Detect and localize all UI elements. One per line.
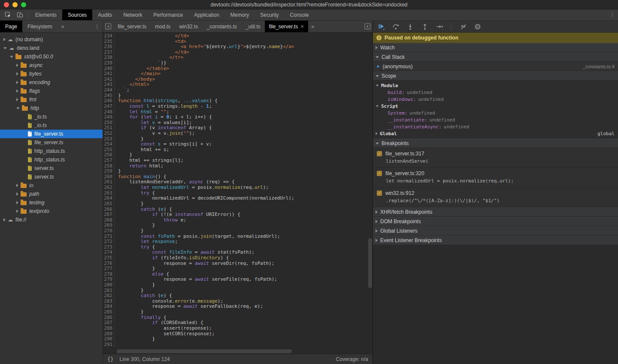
editor-tab-overflow-icon[interactable]: » xyxy=(308,21,318,32)
section-event-listener-breakpoints[interactable]: Event Listener Breakpoints xyxy=(373,236,618,245)
section-breakpoints[interactable]: Breakpoints xyxy=(373,139,618,148)
device-toolbar-icon[interactable] xyxy=(14,9,26,20)
tree-item-file-[interactable]: ☁file:// xyxy=(0,215,103,224)
scope-property-system[interactable]: System:undefined xyxy=(373,109,618,116)
tree-item-deno.land[interactable]: ☁deno.land xyxy=(0,44,103,52)
breakpoint-win32.ts-912[interactable]: ✓win32.ts:912.replace(/^\/*([A-Za-z]:)(\… xyxy=(373,188,618,207)
expand-arrow-icon[interactable] xyxy=(16,64,18,67)
line-number[interactable]: 275 xyxy=(103,255,114,261)
tree-item-server.ts[interactable]: server.ts xyxy=(0,173,103,181)
editor-tab-file_server.ts[interactable]: file_server.ts xyxy=(113,21,151,32)
collapse-arrow-icon[interactable] xyxy=(376,105,379,107)
expand-arrow-icon[interactable] xyxy=(3,38,6,41)
tree-item-server.ts[interactable]: server.ts xyxy=(0,164,103,173)
expand-arrow-icon[interactable] xyxy=(376,132,378,135)
line-number[interactable]: 272 xyxy=(103,239,114,245)
tree-item-std@v0.50.0[interactable]: std@v0.50.0 xyxy=(0,52,103,61)
collapse-arrow-icon[interactable] xyxy=(376,85,379,86)
line-number[interactable]: 244 xyxy=(103,88,114,93)
resume-script-icon[interactable] xyxy=(377,23,385,30)
tree-item-textproto[interactable]: textproto xyxy=(0,207,103,215)
line-number[interactable]: 262 xyxy=(103,185,114,191)
tree-item-fmt[interactable]: fmt xyxy=(0,95,103,104)
section-dom-breakpoints[interactable]: DOM Breakpoints xyxy=(373,217,618,226)
line-number[interactable]: 270 xyxy=(103,228,114,234)
main-tab-security[interactable]: Security xyxy=(254,9,284,20)
tree-item-io[interactable]: io xyxy=(0,181,103,190)
section-call-stack[interactable]: Call Stack xyxy=(373,52,618,62)
tree-item-file_server.ts[interactable]: file_server.ts xyxy=(0,130,103,138)
main-tab-memory[interactable]: Memory xyxy=(225,9,254,20)
inspect-element-icon[interactable] xyxy=(2,9,14,20)
tab-filesystem[interactable]: Filesystem xyxy=(22,21,57,32)
scope-property-iswindows[interactable]: isWindows:undefined xyxy=(373,96,618,103)
tree-item-testing[interactable]: testing xyxy=(0,198,103,207)
deactivate-breakpoints-icon[interactable] xyxy=(459,23,467,30)
tree-item-http_status.ts[interactable]: http_status.ts xyxy=(0,155,103,164)
line-number[interactable]: 252 xyxy=(103,131,114,136)
breakpoint-file_server.ts-317[interactable]: ✓file_server.ts:317listenAndServe( xyxy=(373,148,618,168)
line-number[interactable]: 265 xyxy=(103,201,114,207)
expand-arrow-icon[interactable] xyxy=(16,209,18,213)
editor-tab-win32.ts[interactable]: win32.ts xyxy=(175,21,202,32)
section-watch[interactable]: Watch xyxy=(373,43,618,52)
tab-page[interactable]: Page xyxy=(0,21,22,32)
tree-item-async[interactable]: async xyxy=(0,61,103,70)
close-tab-icon[interactable]: × xyxy=(300,23,304,30)
editor-tab-mod.ts[interactable]: mod.ts xyxy=(151,21,175,32)
tree-item-bytes[interactable]: bytes xyxy=(0,70,103,78)
line-number[interactable]: 280 xyxy=(103,282,114,288)
scope-group-module[interactable]: Module xyxy=(373,82,618,89)
more-options-icon[interactable]: ⋮ xyxy=(607,9,618,20)
tree-item-flags[interactable]: flags xyxy=(0,87,103,95)
tree-item--no-domain-[interactable]: ☁(no domain) xyxy=(0,35,103,44)
line-number[interactable]: 234 xyxy=(103,33,114,39)
navigator-menu-icon[interactable]: ⋮ xyxy=(91,21,103,32)
scope-property-__instantiate[interactable]: __instantiate:undefined xyxy=(373,116,618,123)
tree-item-file_server.ts[interactable]: file_server.ts xyxy=(0,138,103,147)
scope-group-global[interactable]: Globalglobal xyxy=(373,130,618,137)
main-tab-audits[interactable]: Audits xyxy=(92,9,118,20)
line-number[interactable]: 254 xyxy=(103,142,114,147)
scope-group-script[interactable]: Script xyxy=(373,103,618,109)
tabs-scroll-left-icon[interactable] xyxy=(103,21,113,32)
line-number[interactable]: 288 xyxy=(103,326,114,331)
main-tab-network[interactable]: Network xyxy=(118,9,148,20)
line-number[interactable]: 282 xyxy=(103,293,114,299)
breakpoint-checkbox[interactable]: ✓ xyxy=(377,191,382,196)
main-tab-console[interactable]: Console xyxy=(285,9,315,20)
horizontal-scrollbar[interactable] xyxy=(117,349,292,353)
expand-arrow-icon[interactable] xyxy=(16,192,18,196)
tree-item-encoding[interactable]: encoding xyxy=(0,78,103,87)
pause-on-exceptions-icon[interactable] xyxy=(474,23,482,30)
vertical-scrollbar[interactable] xyxy=(368,238,372,288)
expand-arrow-icon[interactable] xyxy=(16,72,18,76)
line-number[interactable]: 277 xyxy=(103,266,114,272)
section-global-listeners[interactable]: Global Listeners xyxy=(373,226,618,236)
collapse-arrow-icon[interactable] xyxy=(10,56,13,58)
line-number[interactable]: 287 xyxy=(103,320,114,326)
expand-arrow-icon[interactable] xyxy=(3,218,6,221)
breakpoint-checkbox[interactable]: ✓ xyxy=(377,171,382,176)
line-number[interactable]: 257 xyxy=(103,158,114,164)
tree-item-http[interactable]: http xyxy=(0,104,103,112)
step-icon[interactable] xyxy=(436,23,443,30)
section-scope[interactable]: Scope xyxy=(373,71,618,81)
expand-arrow-icon[interactable] xyxy=(16,81,18,84)
breakpoint-checkbox[interactable]: ✓ xyxy=(377,151,382,156)
line-number[interactable]: 285 xyxy=(103,309,114,315)
line-number[interactable]: 291 xyxy=(103,342,114,348)
main-tab-performance[interactable]: Performance xyxy=(148,9,188,20)
editor-tab-_constants.ts[interactable]: _constants.ts xyxy=(202,21,241,32)
scope-property-build[interactable]: build:undefined xyxy=(373,89,618,96)
line-number[interactable]: 259 xyxy=(103,169,114,174)
line-number[interactable]: 239 xyxy=(103,61,114,66)
call-stack-frame[interactable]: ➤ (anonymous) _constants.ts:4 xyxy=(373,62,618,71)
step-out-icon[interactable] xyxy=(421,23,429,30)
step-over-icon[interactable] xyxy=(392,23,400,30)
breakpoint-file_server.ts-320[interactable]: ✓file_server.ts:320let normalizedUrl = p… xyxy=(373,168,618,188)
scope-property-__instantiateasync[interactable]: __instantiateAsync:undefined xyxy=(373,123,618,130)
section-xhr-fetch-breakpoints[interactable]: XHR/fetch Breakpoints xyxy=(373,207,618,217)
expand-arrow-icon[interactable] xyxy=(16,201,18,204)
pretty-print-icon[interactable]: {} xyxy=(107,356,113,362)
